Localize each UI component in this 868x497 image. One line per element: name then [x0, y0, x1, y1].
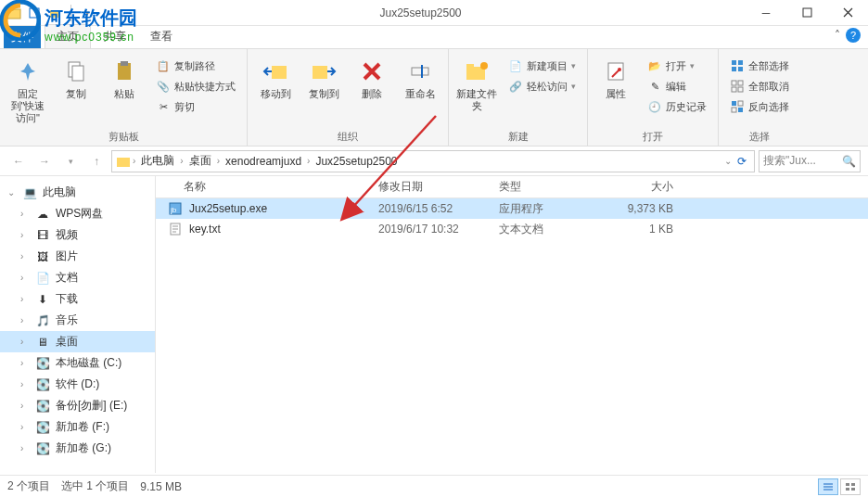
tree-thispc[interactable]: ⌄💻此电脑 [0, 182, 155, 203]
breadcrumb[interactable]: › 此电脑› 桌面› xenodreamjuxd› Jux25setup2500… [111, 150, 755, 172]
svg-rect-11 [313, 66, 327, 79]
cut-icon: ✂ [156, 99, 171, 114]
svg-rect-44 [846, 488, 849, 491]
file-row[interactable]: key.txt 2019/6/17 10:32 文本文档 1 KB [156, 219, 868, 239]
group-new: 新建文件夹 📄新建项目▾ 🔗轻松访问▾ 新建 [449, 49, 588, 146]
invert-button[interactable]: 反向选择 [726, 97, 793, 116]
properties-button[interactable]: 属性 [594, 53, 638, 104]
pin-button[interactable]: 固定到"快速访问" [6, 53, 50, 128]
tree-disk-e[interactable]: ›💽备份[勿删] (E:) [0, 395, 155, 416]
moveto-button[interactable]: 移动到 [253, 53, 298, 104]
refresh-icon[interactable]: ⟳ [734, 155, 750, 168]
search-input[interactable]: 搜索"Jux... 🔍 [759, 150, 861, 172]
view-large-button[interactable] [840, 478, 861, 495]
minimize-button[interactable]: ─ [746, 0, 786, 26]
tree-music[interactable]: ›🎵音乐 [0, 310, 155, 331]
col-date[interactable]: 修改日期 [378, 179, 499, 195]
help-icon[interactable]: ? [846, 28, 861, 43]
cloud-icon: ☁ [35, 207, 50, 222]
cut-button[interactable]: ✂剪切 [152, 97, 239, 116]
tree-disk-g[interactable]: ›💽新加卷 (G:) [0, 438, 155, 459]
open-button[interactable]: 📂打开▾ [644, 57, 710, 75]
tab-share[interactable]: 共享 [93, 25, 137, 48]
nav-forward-button[interactable]: → [33, 150, 56, 172]
nav-recent-button[interactable]: ▾ [59, 150, 82, 172]
status-selected: 选中 1 个项目 [61, 478, 129, 494]
crumb-thispc[interactable]: 此电脑 [137, 153, 178, 169]
disk-icon: 💽 [35, 399, 50, 414]
crumb-folder2[interactable]: Jux25setup2500 [312, 155, 401, 168]
col-size[interactable]: 大小 [601, 179, 684, 195]
tree-documents[interactable]: ›📄文档 [0, 267, 155, 288]
rename-button[interactable]: 重命名 [398, 53, 442, 104]
copypath-icon: 📋 [156, 58, 171, 73]
selectnone-icon [730, 79, 745, 94]
copyto-icon [309, 57, 338, 86]
tree-desktop[interactable]: ›🖥桌面 [0, 331, 155, 352]
svg-rect-19 [732, 60, 736, 65]
crumb-desktop[interactable]: 桌面 [185, 153, 215, 169]
tree-disk-c[interactable]: ›💽本地磁盘 (C:) [0, 352, 155, 374]
newfolder-button[interactable]: 新建文件夹 [454, 53, 499, 116]
copyto-button[interactable]: 复制到 [301, 53, 346, 104]
tab-file[interactable]: 文件 [4, 26, 41, 48]
col-name[interactable]: 名称 [156, 179, 378, 195]
group-select: 全部选择 全部取消 反向选择 选择 [719, 49, 800, 146]
nav-up-button[interactable]: ↑ [85, 150, 108, 172]
search-icon: 🔍 [842, 155, 856, 168]
history-button[interactable]: 🕘历史记录 [644, 97, 710, 116]
disk-icon: 💽 [35, 377, 50, 392]
qat-dropdown-icon[interactable]: ▾ [79, 5, 96, 21]
download-icon: ⬇ [35, 292, 50, 307]
tree-disk-d[interactable]: ›💽软件 (D:) [0, 374, 155, 395]
maximize-button[interactable] [786, 0, 827, 26]
delete-button[interactable]: 删除 [350, 53, 394, 104]
file-list[interactable]: 名称 修改日期 类型 大小 jb Jux25setup.exe 2019/6/1… [156, 176, 868, 473]
group-label-select: 选择 [724, 128, 795, 144]
pasteshortcut-button[interactable]: 📎粘贴快捷方式 [152, 77, 239, 96]
copy-button[interactable]: 复制 [54, 53, 98, 104]
svg-rect-3 [30, 8, 39, 18]
view-details-button[interactable] [818, 478, 838, 495]
tree-pictures[interactable]: ›🖼图片 [0, 246, 155, 267]
svg-rect-4 [50, 10, 59, 18]
svg-rect-25 [732, 87, 736, 92]
group-label-open: 打开 [594, 128, 712, 144]
svg-rect-9 [121, 61, 128, 66]
svg-rect-7 [72, 66, 83, 81]
svg-rect-5 [803, 8, 811, 17]
svg-rect-30 [738, 108, 743, 112]
copypath-button[interactable]: 📋复制路径 [152, 57, 239, 75]
qat-properties-icon[interactable] [26, 5, 43, 21]
computer-icon: 💻 [22, 185, 37, 200]
edit-button[interactable]: ✎编辑 [644, 77, 710, 96]
close-button[interactable] [827, 0, 868, 26]
tree-videos[interactable]: ›🎞视频 [0, 224, 155, 246]
svg-rect-26 [738, 87, 743, 92]
crumb-folder1[interactable]: xenodreamjuxd [222, 155, 305, 168]
moveto-icon [261, 57, 290, 86]
selectnone-button[interactable]: 全部取消 [726, 77, 793, 96]
selectall-button[interactable]: 全部选择 [726, 57, 793, 75]
breadcrumb-dropdown-icon[interactable]: ⌄ [724, 156, 732, 166]
navigation-tree[interactable]: ⌄💻此电脑 ›☁WPS网盘 ›🎞视频 ›🖼图片 ›📄文档 ›⬇下载 ›🎵音乐 ›… [0, 176, 156, 473]
easyaccess-button[interactable]: 🔗轻松访问▾ [504, 77, 580, 96]
file-row[interactable]: jb Jux25setup.exe 2019/6/15 6:52 应用程序 9,… [156, 198, 868, 219]
tree-disk-f[interactable]: ›💽新加卷 (F:) [0, 416, 155, 438]
svg-point-18 [618, 68, 621, 71]
nav-back-button[interactable]: ← [7, 150, 30, 172]
tab-view[interactable]: 查看 [139, 25, 184, 48]
group-label-new: 新建 [454, 128, 581, 144]
ribbon-collapse-icon[interactable]: ˄ [835, 29, 840, 42]
svg-rect-23 [732, 81, 736, 85]
newitem-button[interactable]: 📄新建项目▾ [504, 57, 580, 75]
tree-downloads[interactable]: ›⬇下载 [0, 288, 155, 310]
invert-icon [730, 99, 745, 114]
svg-rect-29 [732, 108, 736, 112]
status-bar: 2 个项目 选中 1 个项目 9.15 MB [0, 475, 868, 497]
col-type[interactable]: 类型 [499, 179, 601, 195]
qat-newfolder-icon[interactable] [46, 5, 63, 21]
tab-home[interactable]: 主页 [45, 24, 91, 48]
paste-button[interactable]: 粘贴 [102, 53, 147, 104]
tree-wps[interactable]: ›☁WPS网盘 [0, 203, 155, 224]
